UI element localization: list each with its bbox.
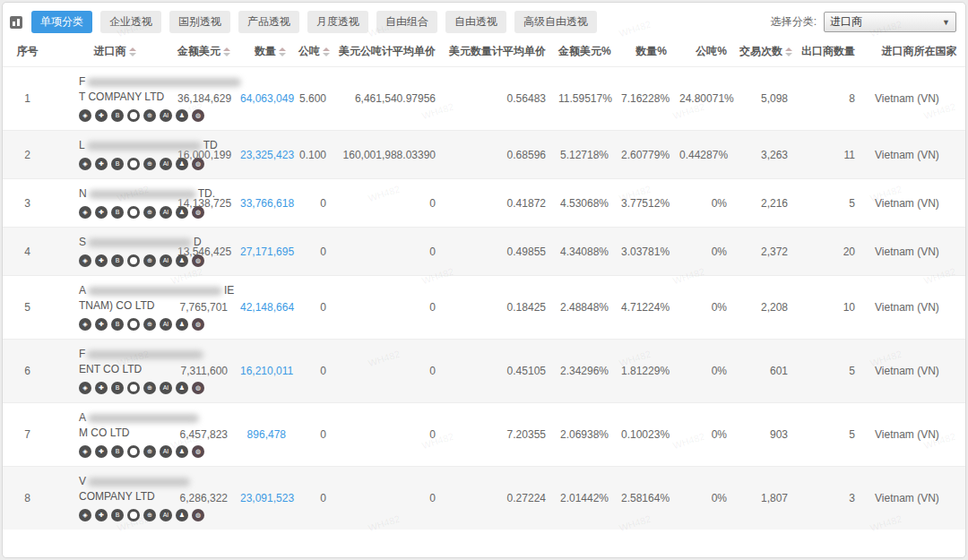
people-icon[interactable]: ♟ [176, 509, 188, 521]
ai-icon[interactable]: AI [160, 382, 172, 394]
tab-free-pivot[interactable]: 自由透视 [445, 11, 506, 33]
quantity-link[interactable]: 64,063,049 [240, 92, 294, 105]
compass-icon[interactable]: ◈ [79, 254, 91, 267]
ring-icon[interactable] [127, 158, 140, 170]
tons-pct-cell: 0% [679, 276, 739, 340]
col-txn-count[interactable]: 交易次数 [739, 39, 800, 67]
ring-icon[interactable] [127, 254, 140, 267]
tons-pct-cell: 24.80071% [679, 67, 739, 131]
people-icon[interactable]: ♟ [176, 445, 188, 458]
importer-name-prefix: L [79, 139, 85, 151]
table-row: 6 F ENT CO LTD ◈ ✚ B ⊕ AI ♟ ◍ 7,311,600 … [3, 340, 966, 403]
globe-icon[interactable]: ⊕ [143, 254, 156, 267]
people-icon[interactable]: ♟ [176, 382, 188, 394]
ring-icon[interactable] [127, 318, 140, 331]
letter-b-icon[interactable]: B [111, 109, 124, 122]
globe-icon[interactable]: ⊕ [143, 509, 156, 521]
globe-solid-icon[interactable]: ◍ [192, 382, 204, 394]
col-importer[interactable]: 进口商 [52, 39, 177, 67]
amount-usd-cell: 14,138,725 [177, 179, 240, 228]
globe-solid-icon[interactable]: ◍ [192, 318, 204, 331]
avg-price-qty-cell: 0.49855 [448, 228, 558, 276]
ai-icon[interactable]: AI [160, 254, 172, 267]
txn-count-cell: 3,263 [739, 131, 800, 179]
globe-icon[interactable]: ⊕ [143, 109, 156, 122]
letter-b-icon[interactable]: B [111, 254, 124, 267]
tab-single-category[interactable]: 单项分类 [31, 11, 92, 33]
col-tons[interactable]: 公吨 [298, 39, 339, 67]
tab-free-combination[interactable]: 自由组合 [376, 11, 437, 33]
importer-name-redacted-line: V [79, 474, 177, 489]
compass-icon[interactable]: ◈ [79, 109, 91, 122]
quantity-link[interactable]: 33,766,618 [240, 197, 294, 210]
quantity-link[interactable]: 896,478 [247, 428, 286, 441]
quantity-link[interactable]: 27,171,695 [240, 246, 294, 258]
col-amount-usd[interactable]: 金额美元 [177, 39, 240, 67]
tab-company-pivot[interactable]: 企业透视 [100, 11, 161, 33]
compass-icon[interactable]: ◈ [79, 445, 91, 458]
globe-solid-icon[interactable]: ◍ [192, 109, 204, 122]
avg-price-qty-cell: 0.56483 [448, 67, 558, 131]
tab-product-pivot[interactable]: 产品透视 [238, 11, 299, 33]
globe-icon[interactable]: ⊕ [143, 382, 156, 394]
globe-solid-icon[interactable]: ◍ [192, 445, 204, 458]
chart-view-icon[interactable] [10, 16, 22, 29]
globe-icon[interactable]: ⊕ [143, 445, 156, 458]
category-select[interactable]: 进口商 ▼ [824, 12, 956, 32]
ring-icon[interactable] [127, 382, 140, 394]
ai-icon[interactable]: AI [160, 109, 172, 122]
compass-icon[interactable]: ◈ [79, 318, 91, 331]
tab-monthly-pivot[interactable]: 月度透视 [307, 11, 368, 33]
globe-icon[interactable]: ⊕ [143, 206, 156, 219]
plus-circle-icon[interactable]: ✚ [95, 509, 108, 521]
txn-count-cell: 5,098 [739, 67, 800, 131]
tab-advanced-free-pivot[interactable]: 高级自由透视 [514, 11, 597, 33]
ring-icon[interactable] [127, 445, 140, 458]
col-quantity[interactable]: 数量 [240, 39, 298, 67]
quantity-cell: 23,325,423 [240, 131, 298, 179]
plus-circle-icon[interactable]: ✚ [95, 318, 108, 331]
globe-solid-icon[interactable]: ◍ [192, 509, 204, 521]
ai-icon[interactable]: AI [160, 206, 172, 219]
quantity-link[interactable]: 23,325,423 [240, 149, 294, 161]
tab-country-pivot[interactable]: 国别透视 [169, 11, 230, 33]
plus-circle-icon[interactable]: ✚ [95, 445, 108, 458]
letter-b-icon[interactable]: B [111, 382, 124, 394]
table-row: 3 NTD. ◈ ✚ B ⊕ AI ♟ ◍ 14,138,725 33,766,… [3, 179, 966, 228]
compass-icon[interactable]: ◈ [79, 509, 91, 521]
quantity-link[interactable]: 23,091,523 [240, 492, 294, 504]
plus-circle-icon[interactable]: ✚ [95, 158, 108, 170]
table-row: 7 A M CO LTD ◈ ✚ B ⊕ AI ♟ ◍ 6,457,823 89… [3, 403, 966, 467]
plus-circle-icon[interactable]: ✚ [95, 206, 108, 219]
letter-b-icon[interactable]: B [111, 318, 124, 331]
letter-b-icon[interactable]: B [111, 509, 124, 521]
letter-b-icon[interactable]: B [111, 158, 124, 170]
ai-icon[interactable]: AI [160, 158, 172, 170]
ai-icon[interactable]: AI [160, 445, 172, 458]
avg-price-ton-cell: 0 [339, 228, 448, 276]
compass-icon[interactable]: ◈ [79, 206, 91, 219]
letter-b-icon[interactable]: B [111, 445, 124, 458]
plus-circle-icon[interactable]: ✚ [95, 254, 108, 267]
exporter-count-cell: 5 [800, 179, 868, 228]
ring-icon[interactable] [127, 109, 140, 122]
letter-b-icon[interactable]: B [111, 206, 124, 219]
quantity-link[interactable]: 16,210,011 [240, 365, 293, 377]
ring-icon[interactable] [127, 509, 140, 521]
country-cell: Vietnam (VN) [868, 340, 966, 403]
ai-icon[interactable]: AI [160, 318, 172, 331]
globe-icon[interactable]: ⊕ [143, 318, 156, 331]
plus-circle-icon[interactable]: ✚ [95, 382, 108, 394]
quantity-link[interactable]: 42,148,664 [240, 301, 294, 314]
globe-icon[interactable]: ⊕ [143, 158, 156, 170]
people-icon[interactable]: ♟ [176, 318, 188, 331]
compass-icon[interactable]: ◈ [79, 382, 91, 394]
people-icon[interactable]: ♟ [176, 109, 188, 122]
importer-name-redacted-line: SD [79, 235, 177, 250]
compass-icon[interactable]: ◈ [79, 158, 91, 170]
ring-icon[interactable] [127, 206, 140, 219]
plus-circle-icon[interactable]: ✚ [95, 109, 108, 122]
avg-price-qty-cell: 0.18425 [448, 276, 558, 340]
ai-icon[interactable]: AI [160, 509, 172, 521]
exporter-count-cell: 5 [800, 340, 868, 403]
